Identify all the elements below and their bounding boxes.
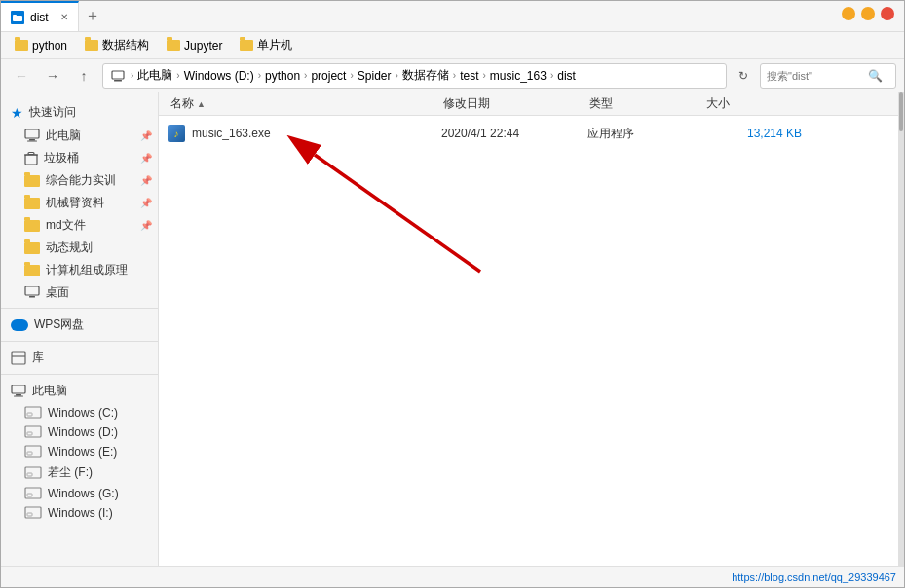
svg-rect-24 [27,473,32,476]
col-header-name[interactable]: 名称 ▲ [167,95,439,112]
sidebar-drive-g[interactable]: Windows (G:) [1,484,158,503]
url-text: https://blog.csdn.net/qq_29339467 [732,571,896,583]
drive-c-label: Windows (C:) [48,406,118,420]
path-segment-1: 此电脑 [137,67,172,84]
sidebar-item-robot[interactable]: 机械臂资料 📌 [1,192,158,214]
scroll-thumb[interactable] [899,92,903,131]
sidebar-desktop-label: 桌面 [46,284,69,301]
sidebar-this-pc-label: 此电脑 [46,128,81,144]
toolbar-jupyter[interactable]: Jupyter [159,37,230,55]
toolbar-microcontroller-label: 单片机 [257,37,292,54]
maximize-button[interactable] [861,7,875,20]
svg-rect-10 [25,286,39,295]
exe-app-icon [168,125,185,142]
svg-rect-16 [14,396,23,397]
content-area: 名称 ▲ 修改日期 类型 大小 music [159,92,898,566]
toolbar-data-structure-label: 数据结构 [102,37,149,54]
sidebar-item-training[interactable]: 综合能力实训 📌 [1,169,158,192]
this-pc-label: 此电脑 [32,383,67,399]
sidebar-dp-label: 动态规划 [46,239,93,256]
sidebar-drive-d[interactable]: Windows (D:) [1,423,158,442]
wps-section: WPS网盘 [1,312,158,337]
quick-access-header[interactable]: ★ 快速访问 [1,100,158,125]
computer-org-folder-icon [24,265,40,276]
pin-icon-4: 📌 [140,198,152,208]
active-tab[interactable]: dist ✕ [1,1,79,31]
column-headers: 名称 ▲ 修改日期 类型 大小 [159,92,898,116]
toolbar-data-structure[interactable]: 数据结构 [77,35,157,55]
divider-3 [1,374,158,375]
sidebar-item-computer-org[interactable]: 计算机组成原理 [1,259,158,281]
drive-f-label: 若尘 (F:) [48,464,93,481]
svg-rect-6 [27,141,37,142]
sidebar-item-desktop[interactable]: 桌面 [1,281,158,304]
path-segment-5: Spider [358,69,392,83]
drive-g-icon [24,487,42,500]
sidebar-drive-c[interactable]: Windows (C:) [1,403,158,423]
svg-line-30 [315,155,480,272]
file-item-music163[interactable]: music_163.exe 2020/4/1 22:44 应用程序 13,214… [159,120,898,147]
tab-close-icon[interactable]: ✕ [60,12,68,22]
path-segment-3: python [265,69,300,83]
quick-access-label: 快速访问 [29,104,76,121]
sidebar-training-label: 综合能力实训 [46,172,116,189]
sidebar-item-this-pc[interactable]: 此电脑 📌 [1,125,158,147]
path-segment-6: 数据存储 [402,67,449,84]
search-box[interactable]: 🔍 [760,63,896,89]
drive-e-label: Windows (E:) [48,445,117,459]
library-header[interactable]: 库 [1,346,158,370]
pin-icon-3: 📌 [140,175,152,186]
sidebar-item-trash[interactable]: 垃圾桶 📌 [1,147,158,169]
sidebar-drive-i[interactable]: Windows (I:) [1,503,158,523]
main-layout: ★ 快速访问 此电脑 📌 垃圾桶 📌 综合能力实训 📌 [1,92,904,566]
svg-rect-15 [16,394,21,396]
path-segment-8: music_163 [490,69,547,83]
add-tab-button[interactable]: ＋ [79,3,106,30]
wps-header[interactable]: WPS网盘 [1,312,158,337]
minimize-button[interactable] [842,7,855,20]
this-pc-header[interactable]: 此电脑 [1,379,158,403]
svg-rect-1 [13,15,17,17]
pin-icon-5: 📌 [140,220,152,231]
drive-f-icon [24,466,42,480]
forward-button[interactable]: → [40,63,65,89]
col-header-date[interactable]: 修改日期 [439,95,585,112]
search-input[interactable] [767,70,864,82]
title-bar: dist ✕ ＋ [1,1,904,32]
sidebar-computer-org-label: 计算机组成原理 [46,262,128,278]
trash-icon [24,151,38,165]
path-this-pc [111,70,127,82]
divider-1 [1,308,158,309]
address-path[interactable]: › 此电脑 › Windows (D:) › python › project … [102,63,727,89]
toolbar-microcontroller[interactable]: 单片机 [232,35,300,55]
pc-icon [24,129,40,142]
drive-c-icon [24,406,42,420]
drive-g-label: Windows (G:) [48,487,119,500]
refresh-button[interactable]: ↻ [733,65,754,87]
sidebar-drive-e[interactable]: Windows (E:) [1,442,158,461]
col-header-size[interactable]: 大小 [702,95,800,112]
library-icon [11,351,26,365]
sidebar-item-md[interactable]: md文件 📌 [1,214,158,237]
scrollbar[interactable] [898,92,904,566]
drive-d-icon [24,425,42,439]
md-folder-icon [24,220,40,232]
cloud-icon [11,319,28,331]
bottom-bar: https://blog.csdn.net/qq_29339467 [1,566,904,587]
sidebar-item-dp[interactable]: 动态规划 [1,237,158,259]
sidebar-drive-f[interactable]: 若尘 (F:) [1,461,158,484]
toolbar-python[interactable]: python [7,37,75,55]
svg-rect-4 [25,129,39,138]
col-header-type[interactable]: 类型 [585,95,702,112]
file-explorer-window: dist ✕ ＋ python 数据结构 Jupyter 单片机 ← [0,0,905,588]
svg-rect-2 [112,71,124,79]
drive-d-label: Windows (D:) [48,425,118,439]
drive-i-label: Windows (I:) [48,506,113,520]
close-button[interactable] [881,7,894,20]
svg-rect-20 [27,432,32,435]
back-button[interactable]: ← [9,63,34,89]
drive-e-icon [24,445,42,459]
microcontroller-folder-icon [240,40,253,51]
up-button[interactable]: ↑ [71,63,96,89]
path-segment-4: project [311,69,346,83]
